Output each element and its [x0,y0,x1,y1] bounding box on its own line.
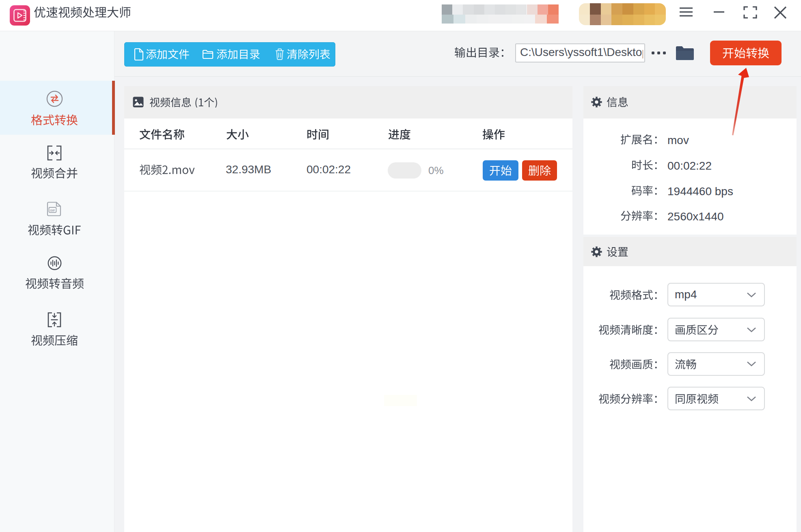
svg-text:GIF: GIF [50,209,55,212]
